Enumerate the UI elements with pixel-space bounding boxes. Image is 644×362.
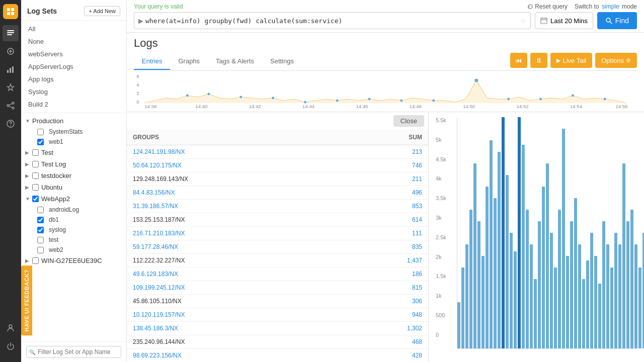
checkbox-testlog-group[interactable]: [32, 161, 39, 167]
bar: [610, 267, 613, 348]
tree-group-ubuntu-header[interactable]: ▶ Ubuntu: [21, 182, 126, 193]
reset-query-link[interactable]: Reset query: [527, 3, 568, 10]
tree-child-web1[interactable]: web1: [21, 137, 126, 147]
cell-group: 10.120.119.157/NX: [127, 308, 342, 322]
svg-point-34: [432, 99, 435, 102]
svg-rect-5: [7, 32, 14, 33]
sidebar-nav-none[interactable]: None: [21, 35, 126, 48]
tree-group-production-header[interactable]: ▼ Production: [21, 115, 126, 127]
options-button[interactable]: Options ⚙: [595, 53, 637, 68]
feedback-button[interactable]: HAVE UI FEEDBACK?: [21, 265, 32, 335]
topbar-right: Reset query Switch to simple mode: [527, 3, 637, 10]
checkbox-web2[interactable]: [37, 247, 44, 253]
bar: [461, 267, 464, 348]
cell-group: 45.86.105.110/NX: [127, 295, 342, 308]
svg-text:4: 4: [136, 82, 139, 87]
svg-point-29: [271, 97, 274, 100]
tree-group-win-header[interactable]: ▶ WIN-G27EE6UE39C: [21, 255, 126, 266]
live-tail-button[interactable]: ▶ Live Tail: [550, 53, 592, 68]
svg-point-33: [400, 99, 403, 102]
bar: [457, 302, 460, 348]
checkbox-webapp2-group[interactable]: [32, 196, 39, 202]
nav-user-icon[interactable]: [3, 320, 19, 336]
nav-help-icon[interactable]: [3, 116, 19, 132]
query-input[interactable]: [145, 17, 520, 25]
tree-group-testlog-header[interactable]: ▶ Test Log: [21, 158, 126, 170]
sidebar-nav-applogs[interactable]: App logs: [21, 73, 126, 85]
checkbox-test-child[interactable]: [37, 237, 44, 243]
cell-group: 124.241.191.98/NX: [127, 145, 342, 159]
tree-child-web2[interactable]: web2: [21, 245, 126, 255]
tabs-row: Entries Graphs Tags & Alerts Settings ⏮ …: [134, 53, 637, 71]
tab-tags-alerts[interactable]: Tags & Alerts: [208, 53, 262, 70]
app-logo[interactable]: [3, 4, 18, 19]
add-new-button[interactable]: + Add New: [84, 6, 120, 16]
label-systemstats: SystemStats: [49, 128, 83, 135]
tree-child-systemstats[interactable]: SystemStats: [21, 127, 126, 137]
sidebar-nav-build2[interactable]: Build 2: [21, 98, 126, 111]
bar: [550, 233, 553, 348]
checkbox-test-group[interactable]: [32, 149, 39, 156]
tabs: Entries Graphs Tags & Alerts Settings: [134, 53, 302, 70]
logs-title: Logs: [134, 37, 637, 50]
tree-label-ubuntu: Ubuntu: [41, 184, 122, 191]
bar: [622, 163, 625, 348]
y-axis-labels: 5.5k 5k 4.5k 4k 3.5k 3k 2.5k 2k 1.5k 1k …: [436, 117, 455, 338]
checkbox-ubuntu-group[interactable]: [32, 184, 39, 191]
sidebar-nav-webservers[interactable]: webServers: [21, 48, 126, 60]
checkbox-web1[interactable]: [37, 139, 44, 145]
tree-group-test-header[interactable]: ▶ Test: [21, 147, 126, 158]
svg-text:14:38: 14:38: [144, 104, 156, 108]
tab-entries[interactable]: Entries: [134, 53, 170, 70]
bar: [618, 244, 621, 348]
tree-group-testdocker-header[interactable]: ▶ testdocker: [21, 170, 126, 182]
checkbox-db1[interactable]: [37, 217, 44, 223]
checkbox-win-group[interactable]: [32, 257, 39, 264]
nav-logs-icon[interactable]: [3, 25, 19, 41]
tab-settings[interactable]: Settings: [262, 53, 302, 70]
bar-chart-panel: 5.5k 5k 4.5k 4k 3.5k 3k 2.5k 2k 1.5k 1k …: [429, 112, 644, 362]
nav-tags-icon[interactable]: [3, 43, 19, 59]
svg-text:14:50: 14:50: [463, 104, 475, 108]
sidebar-title: Log Sets: [27, 7, 57, 15]
tree-group-webapp2: ▼ WebApp2 androidLog db1 syslog test: [21, 193, 126, 255]
svg-rect-9: [10, 68, 11, 73]
groups-table: GROUPS SUM 124.241.191.98/NX21350.64.120…: [127, 130, 428, 362]
svg-point-37: [539, 98, 542, 101]
label-web2: web2: [49, 246, 63, 253]
checkbox-systemstats[interactable]: [37, 129, 44, 135]
svg-rect-3: [11, 12, 14, 15]
svg-line-15: [9, 106, 13, 108]
checkbox-testdocker-group[interactable]: [32, 172, 39, 179]
simple-mode-link[interactable]: simple: [602, 3, 619, 10]
query-arrow-icon: ▶: [138, 17, 143, 25]
query-input-wrap: ▶ ☆: [134, 12, 531, 29]
find-button[interactable]: Find: [597, 12, 637, 29]
sidebar-search-input[interactable]: [26, 346, 121, 358]
tree-child-db1[interactable]: db1: [21, 215, 126, 225]
splits-area: Close GROUPS SUM 124.241.191.98/NX21350.…: [127, 112, 644, 362]
time-picker[interactable]: Last 20 Mins: [535, 12, 593, 29]
bar: [481, 256, 485, 348]
pause-button[interactable]: ⏸: [530, 53, 547, 68]
nav-charts-icon[interactable]: [3, 61, 19, 77]
tab-graphs[interactable]: Graphs: [170, 53, 208, 70]
sidebar-nav-all[interactable]: All: [21, 23, 126, 35]
sidebar-nav-syslog[interactable]: Syslog: [21, 85, 126, 98]
playback-controls: ⏮ ⏸ ▶ Live Tail Options ⚙: [510, 53, 637, 70]
bar: [469, 210, 472, 348]
nav-power-icon[interactable]: [3, 338, 19, 354]
query-star-icon[interactable]: ☆: [520, 17, 526, 25]
nav-alerts-icon[interactable]: [3, 79, 19, 96]
tree-group-webapp2-header[interactable]: ▼ WebApp2: [21, 193, 126, 205]
tree-child-syslog[interactable]: syslog: [21, 225, 126, 235]
checkbox-syslog[interactable]: [37, 227, 44, 233]
nav-share-icon[interactable]: [3, 98, 19, 114]
tree-child-test[interactable]: test: [21, 235, 126, 245]
skip-start-button[interactable]: ⏮: [510, 53, 527, 68]
close-button[interactable]: Close: [393, 115, 424, 127]
sidebar-nav-appserverlogs[interactable]: AppServerLogs: [21, 60, 126, 73]
tree-group-test: ▶ Test: [21, 147, 126, 158]
tree-child-androidlog[interactable]: androidLog: [21, 205, 126, 215]
checkbox-androidlog[interactable]: [37, 207, 44, 213]
